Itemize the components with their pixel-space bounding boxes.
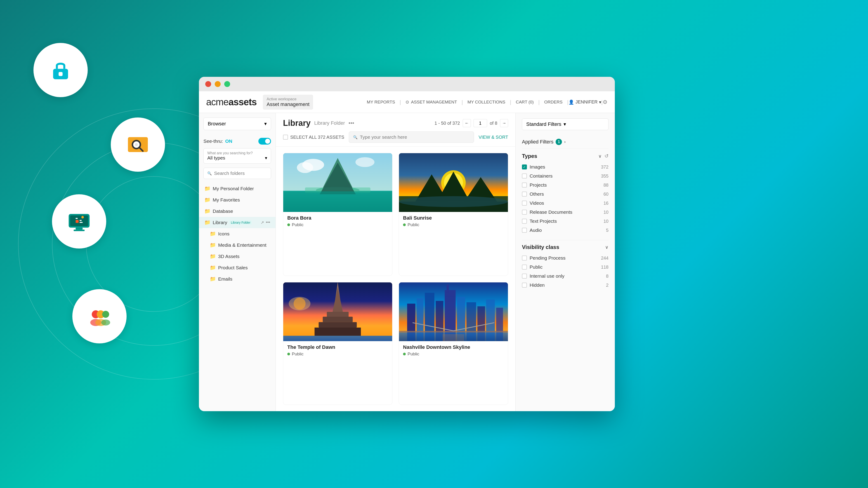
others-checkbox[interactable] [522, 192, 527, 197]
standard-filters-dropdown[interactable]: Standard Filters ▾ [522, 119, 609, 130]
asset-name: Bora Bora [287, 215, 388, 221]
folder-search-box[interactable]: 🔍 [204, 168, 271, 179]
internal-checkbox[interactable] [522, 273, 527, 279]
close-traffic-light[interactable] [205, 81, 211, 87]
asset-name: Nashville Downtown Skyline [403, 344, 504, 350]
filter-item-internal[interactable]: Internal use only 8 [522, 271, 609, 281]
folder-link-icon[interactable]: ↗ [260, 220, 264, 225]
nav-cart[interactable]: CART (0) [511, 100, 538, 105]
folder-item-personal[interactable]: 📁 My Personal Folder [199, 183, 276, 194]
browser-titlebar [199, 77, 615, 91]
applied-filters-count: 1 [556, 139, 562, 145]
svg-rect-27 [305, 188, 370, 193]
projects-checkbox[interactable] [522, 183, 527, 188]
filter-item-containers[interactable]: Containers 355 [522, 171, 609, 181]
svg-point-21 [101, 320, 110, 325]
status-dot [403, 223, 406, 226]
filter-header: Standard Filters ▾ [522, 119, 609, 130]
minimize-traffic-light[interactable] [215, 81, 221, 87]
asset-card-nashville[interactable]: Nashville Downtown Skyline Public [399, 282, 508, 405]
release-docs-checkbox[interactable] [522, 210, 527, 215]
view-sort-button[interactable]: VIEW & SORT [478, 135, 508, 140]
text-projects-checkbox[interactable] [522, 219, 527, 224]
asset-search-bar[interactable]: 🔍 [349, 131, 474, 143]
select-all-button[interactable]: SELECT ALL 372 ASSETS [283, 135, 344, 140]
folder-search-input[interactable] [214, 170, 267, 176]
types-section-header[interactable]: Types ∨ ↺ [522, 153, 609, 159]
filter-item-hidden[interactable]: Hidden 2 [522, 281, 609, 290]
svg-point-30 [355, 157, 374, 167]
folder-item-database[interactable]: 📁 Database [199, 205, 276, 217]
lock-icon-circle [33, 43, 88, 97]
next-page-button[interactable]: → [500, 119, 508, 127]
content-more-icon[interactable]: ••• [348, 120, 354, 126]
asset-search-input[interactable] [360, 134, 470, 140]
visibility-chevron-icon: ∨ [605, 245, 609, 250]
browser-dropdown[interactable]: Browser ▾ [204, 118, 271, 130]
svg-point-6 [135, 143, 138, 146]
applied-filters-row[interactable]: Applied Filters 1 › [522, 135, 609, 149]
audio-checkbox[interactable] [522, 228, 527, 233]
folder-item-3d[interactable]: 📁 3D Assets [204, 251, 276, 262]
filter-item-text-projects[interactable]: Text Projects 10 [522, 217, 609, 226]
public-checkbox[interactable] [522, 265, 527, 269]
folder-item-emails[interactable]: 📁 Emails [204, 273, 276, 285]
search-type-dropdown[interactable]: What are you searching for? All types ▾ [204, 148, 271, 164]
filter-item-public[interactable]: Public 118 [522, 263, 609, 271]
nav-user[interactable]: 👤 JENNIFER ▾ [568, 99, 601, 105]
folder-item-product-sales[interactable]: 📁 Product Sales [204, 262, 276, 273]
filter-item-audio[interactable]: Audio 5 [522, 226, 609, 235]
maximize-traffic-light[interactable] [224, 81, 230, 87]
folder-item-icons[interactable]: 📁 Icons [204, 228, 276, 239]
settings-icon[interactable]: ⚙ [602, 99, 608, 105]
nav-asset-management[interactable]: ⊙ ASSET MANAGEMENT [401, 99, 462, 105]
filter-item-videos[interactable]: Videos 16 [522, 199, 609, 207]
filter-item-pending[interactable]: Pending Process 244 [522, 254, 609, 263]
logo-text-bold: assets [228, 97, 257, 107]
svg-rect-13 [80, 222, 83, 223]
svg-rect-23 [283, 191, 392, 212]
see-thru-toggle[interactable] [258, 138, 271, 144]
nav-links: MY REPORTS | ⊙ ASSET MANAGEMENT | MY COL… [362, 99, 608, 105]
asset-status: Public [403, 352, 504, 357]
types-reset-icon[interactable]: ↺ [604, 153, 609, 159]
content-subtitle: Library Folder [314, 120, 345, 126]
folder-item-library[interactable]: 📁 Library Library Folder ↗ ••• [199, 217, 276, 228]
asset-card-bali[interactable]: Bali Sunrise Public [399, 153, 508, 276]
visibility-section-header[interactable]: Visibility class ∨ [522, 244, 609, 250]
asset-name: Bali Sunrise [403, 215, 504, 221]
asset-status: Public [403, 222, 504, 227]
images-checkbox[interactable] [522, 164, 527, 169]
pending-checkbox[interactable] [522, 256, 527, 260]
svg-rect-10 [74, 230, 85, 231]
filter-item-images[interactable]: Images 372 [522, 162, 609, 171]
containers-checkbox[interactable] [522, 173, 527, 178]
select-all-checkbox[interactable] [283, 135, 288, 140]
page-number-input[interactable] [473, 119, 487, 127]
asset-info-temple: The Temple of Dawn Public [283, 341, 392, 360]
filter-item-projects[interactable]: Projects 88 [522, 181, 609, 190]
folder-icon: 📁 [210, 242, 216, 248]
asset-name: The Temple of Dawn [287, 344, 388, 350]
nav-my-reports[interactable]: MY REPORTS [362, 100, 400, 105]
workspace-selector[interactable]: Active workspace Asset management [263, 95, 313, 109]
nav-orders[interactable]: ORDERS [539, 100, 567, 105]
hidden-checkbox[interactable] [522, 283, 527, 288]
filter-item-release-docs[interactable]: Release Documents 10 [522, 207, 609, 217]
nav-my-collections[interactable]: MY COLLECTIONS [463, 100, 510, 105]
asset-card-temple[interactable]: The Temple of Dawn Public [283, 282, 393, 405]
asset-thumbnail-bora-bora [283, 153, 392, 212]
folder-item-media[interactable]: 📁 Media & Entertainment [204, 239, 276, 251]
filter-item-others[interactable]: Others 60 [522, 190, 609, 199]
see-thru-toggle-row: See-thru: ON [199, 138, 276, 144]
svg-rect-9 [76, 228, 83, 230]
videos-checkbox[interactable] [522, 201, 527, 205]
chevron-down-icon: ▾ [599, 99, 601, 105]
folder-more-icon[interactable]: ••• [266, 220, 270, 225]
workspace-label: Active workspace [267, 97, 309, 101]
status-dot [287, 353, 290, 355]
folder-item-favorites[interactable]: 📁 My Favorites [199, 194, 276, 205]
asset-card-bora-bora[interactable]: Bora Bora Public [283, 153, 393, 276]
prev-page-button[interactable]: ← [463, 119, 471, 127]
asset-thumbnail-temple [283, 283, 392, 341]
